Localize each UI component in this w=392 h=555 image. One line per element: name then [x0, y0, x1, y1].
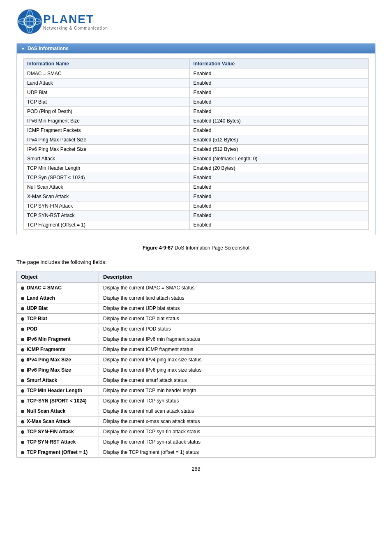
dos-table-wrapper: Information Name Information Value DMAC …	[17, 53, 375, 235]
bullet-icon	[21, 379, 24, 382]
desc-row-description: Display the current smurf attack status	[99, 375, 376, 386]
dos-table-row: Land AttackEnabled	[24, 79, 369, 88]
bullet-icon	[21, 430, 24, 434]
collapse-arrow-icon[interactable]: ▼	[21, 46, 25, 51]
desc-object-label: POD	[27, 326, 37, 332]
desc-object-label: IPv6 Min Fragment	[27, 336, 71, 342]
dos-row-value: Enabled	[190, 183, 369, 192]
dos-row-name: Land Attack	[24, 79, 190, 88]
desc-row-description: Display the current null scan attack sta…	[99, 406, 376, 416]
figure-caption-text: DoS Information Page Screenshot	[173, 245, 249, 251]
dos-row-name: TCP Syn (SPORT < 1024)	[24, 173, 190, 183]
dos-row-name: ICMP Fragment Packets	[24, 126, 190, 135]
dos-row-name: Null Scan Attack	[24, 183, 190, 192]
desc-row-description: Display the current land attach status	[99, 293, 376, 303]
desc-object-label: TCP Fragment (Offset = 1)	[27, 449, 88, 455]
desc-row-description: Display the current DMAC = SMAC status	[99, 283, 376, 293]
bullet-icon	[21, 297, 24, 300]
desc-row-object: TCP SYN-FIN Attack	[17, 427, 99, 437]
dos-row-value: Enabled	[190, 126, 369, 135]
logo-area: PLANET Networking & Communication	[16, 8, 376, 35]
bullet-icon	[21, 441, 24, 444]
desc-row-description: Display the current UDP blat status	[99, 303, 376, 314]
desc-row-object: TCP Fragment (Offset = 1)	[17, 447, 99, 458]
desc-row-description: Display the current TCP blat status	[99, 314, 376, 324]
page-description: The page includes the following fields:	[16, 259, 376, 265]
dos-table-row: IPv6 Min Fragment SizeEnabled (1240 Byte…	[24, 116, 369, 126]
dos-row-value: Enabled (20 Bytes)	[190, 164, 369, 173]
dos-table-col2-header: Information Value	[190, 59, 369, 69]
desc-row-object: DMAC = SMAC	[17, 283, 99, 293]
desc-row-description: Display the current TCP syn status	[99, 396, 376, 406]
desc-row-description: Display the current ICMP fragment status	[99, 345, 376, 355]
dos-row-value: Enabled (Netmask Length: 0)	[190, 154, 369, 164]
dos-row-value: Enabled	[190, 201, 369, 211]
desc-table-row: Smurf Attack Display the current smurf a…	[17, 375, 376, 386]
desc-object-label: TCP SYN-FIN Attack	[27, 429, 74, 435]
figure-caption: Figure 4-9-67 DoS Information Page Scree…	[16, 245, 376, 251]
desc-table-row: TCP Blat Display the current TCP blat st…	[17, 314, 376, 324]
desc-table-row: Null Scan Attack Display the current nul…	[17, 406, 376, 416]
dos-table-row: UDP BlatEnabled	[24, 88, 369, 97]
logo-text: PLANET Networking & Communication	[43, 13, 108, 30]
dos-table-row: IPv4 Ping Max Packet SizeEnabled (512 By…	[24, 135, 369, 145]
desc-table-row: ICMP Fragments Display the current ICMP …	[17, 345, 376, 355]
desc-table-row: UDP Blat Display the current UDP blat st…	[17, 303, 376, 314]
desc-row-description: Display the current TCP syn-fin attack s…	[99, 427, 376, 437]
bullet-icon	[21, 317, 24, 321]
dos-row-value: Enabled	[190, 88, 369, 97]
dos-row-name: TCP Fragment (Offset = 1)	[24, 220, 190, 230]
bullet-icon	[21, 358, 24, 362]
dos-row-name: UDP Blat	[24, 88, 190, 97]
dos-row-value: Enabled (512 Bytes)	[190, 145, 369, 154]
desc-table-row: TCP SYN-FIN Attack Display the current T…	[17, 427, 376, 437]
dos-table-row: TCP SYN-FIN AttackEnabled	[24, 201, 369, 211]
desc-table-row: IPv4 Ping Max Size Display the current I…	[17, 355, 376, 365]
dos-info-table: Information Name Information Value DMAC …	[23, 58, 369, 230]
dos-section-header: ▼ DoS Informations	[17, 44, 375, 53]
desc-object-label: X-Mas Scan Attack	[27, 419, 71, 424]
dos-table-row: TCP SYN-RST AttackEnabled	[24, 211, 369, 220]
bullet-icon	[21, 369, 24, 372]
desc-object-label: Null Scan Attack	[27, 408, 65, 414]
desc-object-label: ICMP Fragments	[27, 347, 65, 352]
dos-row-value: Enabled	[190, 192, 369, 201]
desc-row-object: IPv4 Ping Max Size	[17, 355, 99, 365]
desc-table-row: POD Display the current POD status	[17, 324, 376, 334]
desc-object-label: Land Attach	[27, 295, 55, 301]
desc-row-description: Display the current TCP syn-rst attack s…	[99, 437, 376, 447]
dos-row-value: Enabled	[190, 220, 369, 230]
dos-section: ▼ DoS Informations Information Name Info…	[16, 43, 376, 235]
desc-object-label: DMAC = SMAC	[27, 285, 62, 291]
dos-row-name: IPv6 Min Fragment Size	[24, 116, 190, 126]
desc-row-description: Display the current IPv6 min fragment st…	[99, 334, 376, 345]
desc-row-description: Display the current x-mas scan attack st…	[99, 416, 376, 427]
desc-table-row: Land Attach Display the current land att…	[17, 293, 376, 303]
brand-name: PLANET	[43, 13, 108, 26]
bullet-icon	[21, 451, 24, 454]
desc-table-row: TCP Min Header Length Display the curren…	[17, 386, 376, 396]
bullet-icon	[21, 338, 24, 341]
page-number: 268	[16, 466, 376, 472]
dos-row-value: Enabled (1240 Bytes)	[190, 116, 369, 126]
dos-row-name: IPv4 Ping Max Packet Size	[24, 135, 190, 145]
desc-object-label: TCP SYN-RST Attack	[27, 439, 76, 445]
desc-row-object: UDP Blat	[17, 303, 99, 314]
dos-table-row: X-Mas Scan AttackEnabled	[24, 192, 369, 201]
logo-icon	[16, 8, 43, 35]
desc-table-row: X-Mas Scan Attack Display the current x-…	[17, 416, 376, 427]
desc-row-description: Display the current IPv6 ping max size s…	[99, 365, 376, 375]
dos-row-name: TCP Blat	[24, 97, 190, 107]
desc-object-label: TCP Blat	[27, 316, 47, 321]
desc-col2-header: Description	[99, 271, 376, 283]
bullet-icon	[21, 348, 24, 352]
dos-section-title: DoS Informations	[28, 46, 69, 51]
desc-object-label: TCP Min Header Length	[27, 388, 82, 393]
desc-row-description: Display the current TCP min header lengt…	[99, 386, 376, 396]
dos-row-value: Enabled	[190, 107, 369, 116]
desc-row-description: Display the current IPv4 ping max size s…	[99, 355, 376, 365]
desc-row-object: X-Mas Scan Attack	[17, 416, 99, 427]
desc-row-object: IPv6 Ping Max Size	[17, 365, 99, 375]
desc-table-row: IPv6 Min Fragment Display the current IP…	[17, 334, 376, 345]
dos-table-row: TCP Min Header LengthEnabled (20 Bytes)	[24, 164, 369, 173]
